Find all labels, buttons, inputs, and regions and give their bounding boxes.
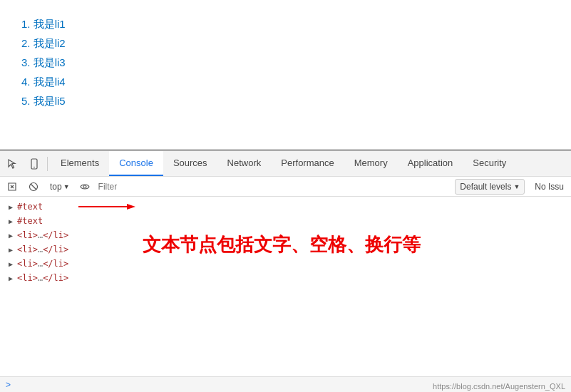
list-item-2: 2. 我是li2 (21, 33, 550, 53)
list-text-5: 我是li5 (34, 95, 66, 107)
annotation-arrow (78, 201, 135, 212)
devtools-panel: Elements Console Sources Network Perform… (0, 150, 571, 392)
list-text-2: 我是li2 (34, 37, 66, 49)
dom-tree: ▶ #text 文本节点包括文字、空格、换行等 ▶ #text ▶ <li>…<… (0, 197, 571, 376)
node-label-text-1: #text (17, 202, 43, 212)
context-selector[interactable]: top ▼ (46, 179, 74, 195)
svg-point-7 (83, 185, 86, 188)
devtools-tabs: Elements Console Sources Network Perform… (51, 151, 568, 176)
tab-security[interactable]: Security (463, 151, 516, 176)
dom-node-li-1[interactable]: ▶ <li>…</li> (0, 228, 571, 242)
default-levels-arrow-icon: ▼ (513, 183, 520, 190)
svg-point-1 (34, 166, 35, 167)
list-item-1: 1. 我是li1 (21, 14, 550, 33)
expand-arrow-icon[interactable]: ▶ (6, 202, 16, 212)
list-number-3: 3. (21, 56, 34, 68)
console-toolbar: top ▼ Default levels ▼ No Issu (0, 177, 571, 197)
dom-node-text-2[interactable]: ▶ #text (0, 214, 571, 228)
list-text-1: 我是li1 (34, 18, 66, 30)
ban-icon[interactable] (24, 179, 43, 195)
svg-marker-9 (127, 204, 135, 210)
tab-elements[interactable]: Elements (51, 151, 109, 176)
list-number-4: 4. (21, 76, 34, 88)
filter-input[interactable] (96, 179, 453, 195)
list-number-2: 2. (21, 37, 34, 49)
clear-console-button[interactable] (3, 179, 21, 195)
list-number-1: 1. (21, 18, 34, 30)
no-issues-label: No Issu (535, 182, 564, 192)
expand-arrow-li-2-icon[interactable]: ▶ (6, 244, 16, 254)
node-label-text-2: #text (17, 216, 43, 226)
list-item-4: 4. 我是li4 (21, 72, 550, 91)
list-text-4: 我是li4 (34, 76, 66, 88)
no-issues-button[interactable]: No Issu (530, 182, 568, 192)
expand-arrow-2-icon[interactable]: ▶ (6, 216, 16, 226)
url-bar: https://blog.csdn.net/Augenstern_QXL (433, 382, 565, 391)
list-number-5: 5. (21, 95, 34, 107)
dom-node-li-2[interactable]: ▶ <li>…</li> (0, 242, 571, 257)
cursor-icon[interactable] (3, 154, 23, 174)
dropdown-arrow-icon: ▼ (63, 183, 70, 190)
expand-arrow-li-1-icon[interactable]: ▶ (6, 230, 16, 240)
node-label-li-2: <li>…</li> (17, 244, 68, 254)
dom-node-li-4[interactable]: ▶ <li>…</li> (0, 271, 571, 285)
eye-icon[interactable] (77, 179, 93, 195)
tab-memory[interactable]: Memory (344, 151, 398, 176)
dom-node-li-3[interactable]: ▶ <li>…</li> (0, 257, 571, 271)
toolbar-separator (47, 157, 48, 171)
tab-performance[interactable]: Performance (271, 151, 344, 176)
tab-application[interactable]: Application (398, 151, 463, 176)
tab-sources[interactable]: Sources (163, 151, 217, 176)
node-label-li-4: <li>…</li> (17, 273, 68, 283)
context-label: top (50, 182, 62, 192)
default-levels-label: Default levels (460, 182, 511, 192)
tab-network[interactable]: Network (217, 151, 272, 176)
expand-arrow-li-3-icon[interactable]: ▶ (6, 259, 16, 269)
node-label-li-1: <li>…</li> (17, 230, 68, 240)
svg-line-6 (31, 184, 36, 190)
bottom-chevron-icon[interactable]: > (6, 380, 17, 390)
devtools-toolbar: Elements Console Sources Network Perform… (0, 151, 571, 177)
main-content: 1. 我是li1 2. 我是li2 3. 我是li3 4. 我是li4 5. 我… (0, 0, 571, 150)
list-text-3: 我是li3 (34, 56, 66, 68)
list-item-5: 5. 我是li5 (21, 91, 550, 110)
list-item-3: 3. 我是li3 (21, 53, 550, 72)
node-label-li-3: <li>…</li> (17, 259, 68, 269)
expand-arrow-li-4-icon[interactable]: ▶ (6, 273, 16, 283)
default-levels-button[interactable]: Default levels ▼ (455, 179, 525, 195)
tab-console[interactable]: Console (109, 151, 163, 176)
dom-node-text-1[interactable]: ▶ #text (0, 200, 571, 214)
mobile-icon[interactable] (24, 154, 44, 174)
